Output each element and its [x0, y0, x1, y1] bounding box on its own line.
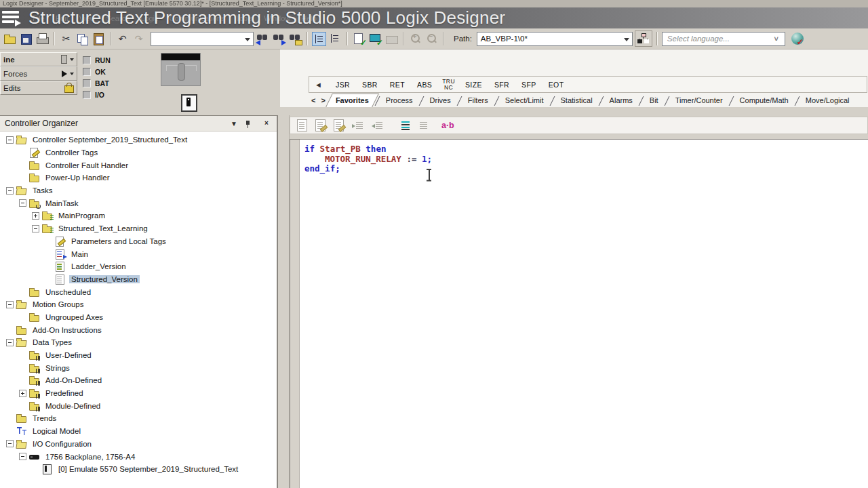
print-icon[interactable]	[35, 32, 50, 46]
tabs-scroll-left-icon[interactable]: <	[309, 96, 318, 104]
instruction-sfp[interactable]: SFP	[515, 81, 542, 89]
paste-icon[interactable]	[92, 32, 106, 46]
panel-splitter[interactable]	[277, 115, 290, 488]
collapse-icon[interactable]	[6, 136, 14, 144]
tree-item-1756-backplane[interactable]: 1756 Backplane, 1756-A4	[0, 450, 277, 463]
toggle-watch-icon[interactable]	[328, 32, 342, 46]
tree-item-structured-text-learning[interactable]: Structured_Text_Learning	[0, 222, 277, 235]
tree-item-structured-version[interactable]: Structured_Version	[0, 273, 277, 286]
scroll-left-icon[interactable]: ◄	[315, 81, 330, 89]
search-combobox[interactable]	[151, 32, 254, 46]
verify-routine-icon[interactable]: ✓	[352, 32, 366, 46]
tree-item-add-on-instructions[interactable]: Add-On Instructions	[0, 323, 277, 336]
path-combobox[interactable]: AB_VBP-1\0*	[477, 32, 633, 46]
tree-item-strings[interactable]: Strings	[0, 361, 277, 374]
tree-item-controller-fault-handler[interactable]: Controller Fault Handler	[0, 159, 277, 171]
tab-process[interactable]: Process	[378, 94, 420, 107]
tree-item-controller[interactable]: Controller September_2019_Structured_Tex…	[0, 134, 277, 146]
tree-item-add-on-defined[interactable]: Add-On-Defined	[0, 374, 277, 387]
tab-drives[interactable]: Drives	[422, 94, 458, 107]
tree-item-parameters-local-tags[interactable]: Parameters and Local Tags	[0, 235, 277, 248]
chevron-down-icon[interactable]	[70, 58, 74, 61]
search-next-icon[interactable]	[272, 32, 286, 46]
tree-item-io-configuration[interactable]: I/O Configuration	[0, 438, 277, 451]
chevron-down-icon[interactable]	[70, 73, 74, 75]
tree-item-trends[interactable]: Trends	[0, 412, 277, 425]
collapse-icon[interactable]	[6, 187, 14, 195]
tab-statistical[interactable]: Statistical	[553, 94, 600, 107]
status-mode-row[interactable]: ine	[0, 52, 77, 66]
undo-icon[interactable]: ↶	[115, 32, 130, 46]
network-browse-icon[interactable]	[635, 30, 652, 47]
search-previous-icon[interactable]	[256, 32, 270, 46]
tab-select-limit[interactable]: Select/Limit	[498, 94, 551, 107]
instruction-size[interactable]: SIZE	[459, 81, 488, 89]
st-editor[interactable]: if Start_PB thenMOTOR_RUN_RELAY := 1;end…	[290, 139, 868, 488]
instruction-eot[interactable]: EOT	[542, 81, 570, 89]
tab-filters[interactable]: Filters	[460, 94, 496, 107]
instruction-ret[interactable]: RET	[384, 81, 411, 89]
main-routine-icon	[55, 249, 66, 259]
tree-item-user-defined[interactable]: User-Defined	[0, 349, 277, 362]
tree-item-logical-model[interactable]: Logical Model	[0, 425, 277, 438]
expand-icon[interactable]	[19, 390, 26, 397]
find-in-files-icon[interactable]	[288, 32, 302, 46]
tab-favorites[interactable]: Favorites	[328, 94, 376, 107]
tree-item-ladder-version[interactable]: Ladder_Version	[0, 260, 277, 273]
close-icon[interactable]: ×	[261, 119, 272, 128]
instruction-sfr[interactable]: SFR	[488, 81, 515, 89]
verify-controller-icon[interactable]: ✓	[368, 32, 382, 46]
chevron-down-icon[interactable]: ˅	[771, 35, 781, 43]
pin-icon[interactable]	[245, 119, 256, 128]
collapse-icon[interactable]	[6, 339, 14, 346]
tree-item-power-up-handler[interactable]: Power-Up Handler	[0, 171, 277, 184]
tab-move-logical[interactable]: Move/Logical	[798, 94, 857, 107]
collapse-icon[interactable]	[32, 225, 39, 232]
instruction-trunc[interactable]: TRU NC	[438, 79, 459, 90]
status-edits-row[interactable]: Edits	[0, 81, 77, 95]
tree-item-controller-tags[interactable]: Controller Tags	[0, 146, 277, 159]
tree-item-data-types[interactable]: Data Types	[0, 336, 277, 349]
chevron-down-icon[interactable]	[245, 38, 250, 41]
tree-item-mainprogram[interactable]: MainProgram	[0, 209, 277, 222]
panel-dropdown-icon[interactable]: ▼	[229, 120, 239, 127]
tree-item-emulate-5570[interactable]: [0] Emulate 5570 September_2019_Structur…	[0, 463, 277, 476]
toggle-organizer-icon[interactable]	[312, 32, 326, 46]
instruction-jsr[interactable]: JSR	[330, 81, 356, 89]
save-icon[interactable]	[19, 32, 33, 46]
tree-item-motion-groups[interactable]: Motion Groups	[0, 298, 277, 311]
copy-icon[interactable]	[75, 32, 90, 46]
collapse-icon[interactable]	[6, 301, 14, 308]
tree-item-unscheduled[interactable]: Unscheduled	[0, 285, 277, 298]
tree-item-maintask[interactable]: MainTask	[0, 197, 277, 209]
status-forces-row[interactable]: Forces	[0, 66, 77, 81]
collapse-icon[interactable]	[19, 453, 26, 460]
language-combobox[interactable]: Select language... ˅	[662, 32, 785, 46]
expand-icon[interactable]	[32, 212, 39, 220]
cut-icon[interactable]: ✂	[59, 32, 73, 46]
tab-bit[interactable]: Bit	[642, 94, 666, 107]
chevron-down-icon[interactable]	[624, 38, 629, 41]
tab-timer-counter[interactable]: Timer/Counter	[668, 94, 730, 107]
tab-alarms[interactable]: Alarms	[602, 94, 640, 107]
tree-item-main-routine[interactable]: Main	[0, 247, 277, 260]
controller-folder-icon	[16, 135, 28, 144]
redo-icon[interactable]: ↷	[132, 32, 146, 46]
instruction-abs[interactable]: ABS	[411, 81, 438, 89]
tree-item-module-defined[interactable]: Module-Defined	[0, 399, 277, 412]
collapse-icon[interactable]	[19, 199, 26, 207]
browse-tags-icon[interactable]: a·b	[441, 121, 454, 130]
tabs-scroll-right-icon[interactable]: >	[318, 96, 328, 104]
language-globe-icon[interactable]: ✓	[791, 33, 804, 45]
tab-compute-math[interactable]: Compute/Math	[732, 94, 796, 107]
tree-item-predefined[interactable]: Predefined	[0, 387, 277, 400]
instruction-sbr[interactable]: SBR	[356, 81, 384, 89]
tree-item-ungrouped-axes[interactable]: Ungrouped Axes	[0, 311, 277, 324]
line-highlight-icon[interactable]	[401, 121, 411, 130]
tree-item-tasks[interactable]: Tasks	[0, 184, 277, 197]
open-icon[interactable]	[3, 32, 17, 46]
folder-open-icon	[16, 439, 28, 449]
search-input[interactable]	[151, 33, 241, 45]
collapse-icon[interactable]	[6, 440, 14, 447]
st-code[interactable]: if Start_PB thenMOTOR_RUN_RELAY := 1;end…	[304, 144, 432, 174]
